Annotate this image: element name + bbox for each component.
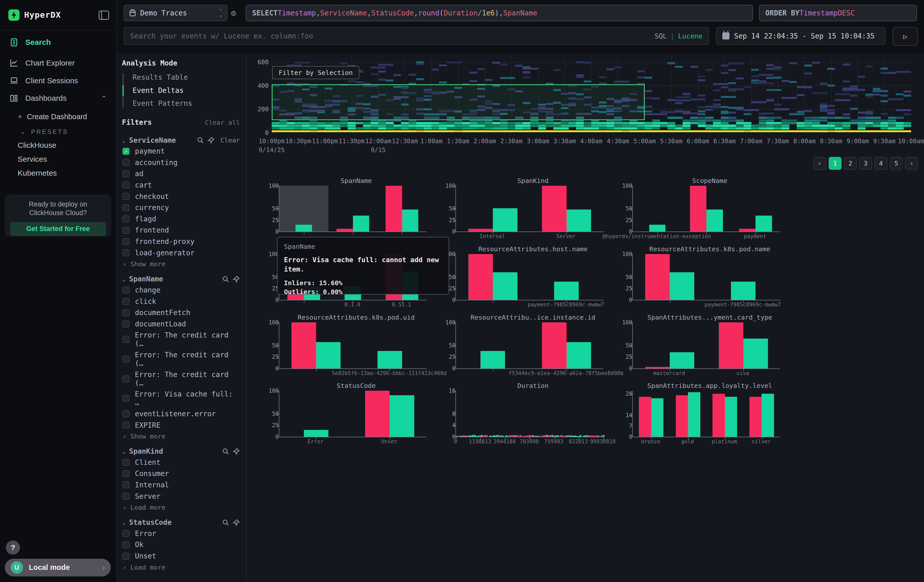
filter-by-selection-button[interactable]: Filter by Selection [272,66,359,79]
sidebar-item-search[interactable]: Search [0,31,116,54]
checkbox-icon[interactable] [122,493,130,500]
sql-select-input[interactable]: SELECT Timestamp, ServiceName, StatusCod… [246,5,753,21]
filter-option[interactable]: documentFetch [116,307,246,318]
bar-red[interactable] [468,229,493,232]
checkbox-icon[interactable] [122,215,130,223]
filter-option[interactable]: Error [116,528,246,539]
bar-green[interactable] [670,272,694,300]
chart-plot[interactable] [632,391,780,437]
filter-option[interactable]: flagd [116,213,246,225]
checkbox-icon[interactable] [122,422,130,429]
show-more-button[interactable]: › Load more [116,562,246,571]
bar-red[interactable] [645,254,670,300]
create-dashboard-button[interactable]: + Create Dashboard [0,110,116,124]
show-more-button[interactable]: › Show more [116,258,246,268]
bar-green[interactable] [295,225,312,232]
sidebar-item-client-sessions[interactable]: Client Sessions [0,72,116,89]
analysis-mode-event-deltas[interactable]: Event Deltas [122,84,246,97]
pin-icon[interactable] [233,448,240,455]
search-icon[interactable] [222,448,229,455]
checkbox-icon[interactable] [122,395,130,402]
preset-link-clickhouse[interactable]: ClickHouse [0,138,116,152]
help-button[interactable]: ? [6,541,20,555]
chevron-down-icon[interactable]: ⌄ [122,137,125,144]
bar-green[interactable] [493,208,517,232]
sidebar-item-dashboards[interactable]: Dashboards ⌃ [0,89,116,107]
search-input[interactable]: Search your events w/ Lucene ex. column:… [124,27,709,45]
bar-green[interactable] [402,209,419,232]
bar-red[interactable] [719,322,743,368]
filter-option[interactable]: Error: Visa cache full: … [116,388,246,408]
checkbox-icon[interactable] [122,170,130,177]
bar-green[interactable] [304,430,328,437]
checkbox-icon[interactable] [122,181,130,188]
bar-red[interactable] [645,367,670,368]
search-icon[interactable] [197,137,204,144]
filter-option[interactable]: cart [116,180,246,191]
chevron-down-icon[interactable]: ⌄ [122,275,125,282]
pin-icon[interactable] [233,519,240,526]
checkbox-icon[interactable] [122,309,130,316]
pagination-page-1[interactable]: 1 [828,157,842,170]
run-query-button[interactable]: ▷ [893,27,918,46]
chart-plot[interactable] [632,186,780,232]
checkbox-icon[interactable] [122,204,130,211]
filter-option[interactable]: click [116,296,246,307]
chart-plot[interactable] [279,322,427,369]
filter-option[interactable]: ad [116,168,246,180]
filter-option[interactable]: frontend [116,225,246,236]
checkbox-icon[interactable] [122,238,130,245]
pagination-page-4[interactable]: 4 [874,157,887,170]
bar-red[interactable] [337,229,353,232]
checkbox-icon[interactable] [122,470,130,477]
bar-red[interactable] [739,229,756,232]
order-by-input[interactable]: ORDER BY Timestamp DESC [759,5,917,21]
filter-option[interactable]: eventListener.error [116,408,246,420]
checkbox-icon[interactable] [122,193,130,200]
chart-plot[interactable] [632,254,780,301]
checkbox-icon[interactable] [122,459,130,466]
preset-link-kubernetes[interactable]: Kubernetes [0,166,116,180]
collapse-sidebar-icon[interactable] [99,11,109,20]
clear-all-button[interactable]: Clear all [205,119,240,126]
filter-option[interactable]: Server [116,491,246,502]
bar-red[interactable] [713,394,725,437]
chart-plot[interactable] [279,186,427,232]
bar-green[interactable] [651,398,664,437]
checkbox-icon[interactable] [122,336,130,343]
filter-option[interactable]: Error: The credit card (… [116,330,246,350]
clear-filter-button[interactable]: Clear [220,137,240,144]
chart-plot[interactable] [455,254,603,301]
lucene-mode-toggle[interactable]: Lucene [678,32,703,40]
pin-icon[interactable] [208,137,214,144]
bar-green[interactable] [731,282,756,300]
pagination-next[interactable]: › [905,157,918,170]
bar-green[interactable] [566,209,591,232]
bar-green[interactable] [756,216,772,232]
filter-option[interactable]: Error: The credit card (… [116,369,246,389]
bar-green[interactable] [649,225,666,232]
bar-green[interactable] [762,394,774,437]
source-selector[interactable]: Demo Traces ⌃⌄ [124,5,228,21]
events-heatmap[interactable]: 6004002000 Filter by Selection 10:00pm10… [253,56,911,156]
chart-plot[interactable] [455,186,603,232]
bar-red[interactable] [542,322,566,368]
filter-option[interactable]: Unset [116,551,246,562]
checkbox-icon[interactable] [122,227,130,234]
filter-option[interactable]: load-generator [116,247,246,259]
checkbox-icon[interactable] [122,375,130,383]
pin-icon[interactable] [233,275,240,283]
bar-green[interactable] [566,342,591,368]
show-more-button[interactable]: › Load more [116,502,246,511]
preset-link-services[interactable]: Services [0,152,116,166]
filter-option[interactable]: Internal [116,479,246,491]
bar-green[interactable] [554,282,579,300]
checkbox-icon[interactable] [122,541,130,548]
local-mode-menu[interactable]: U Local mode › [5,559,111,576]
bar-red[interactable] [365,391,389,437]
checkbox-icon[interactable]: ✓ [122,148,130,155]
filter-option[interactable]: Error: The credit card (… [116,349,246,369]
bar-green[interactable] [316,342,341,368]
chevron-up-icon[interactable]: ⌃ [101,94,107,102]
chart-plot[interactable] [632,322,780,369]
